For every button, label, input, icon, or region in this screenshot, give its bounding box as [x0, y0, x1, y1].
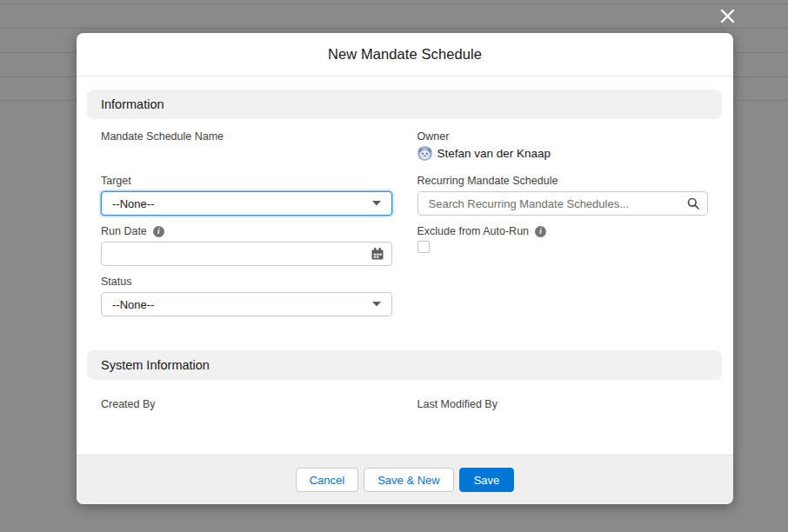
- section-system-information: System Information: [87, 350, 722, 380]
- modal-header: New Mandate Schedule: [77, 33, 733, 76]
- fields-right-column: Owner: [417, 130, 709, 326]
- exclude-auto-run-label: Exclude from Auto-Run i: [417, 225, 709, 237]
- background-row-divider: [0, 28, 788, 29]
- owner-label: Owner: [417, 130, 709, 143]
- recurring-mandate-schedule-label: Recurring Mandate Schedule: [417, 175, 709, 187]
- avatar: [417, 146, 432, 161]
- recurring-search-input[interactable]: [417, 191, 709, 216]
- last-modified-by-label: Last Modified By: [417, 398, 709, 410]
- save-button[interactable]: Save: [459, 468, 515, 492]
- field-recurring-mandate-schedule: Recurring Mandate Schedule: [417, 175, 709, 216]
- run-date-label: Run Date i: [101, 225, 392, 237]
- screen-overlay: New Mandate Schedule Information Mandate…: [0, 0, 788, 532]
- target-value: --None--: [112, 197, 154, 210]
- status-value: --None--: [112, 298, 154, 311]
- section-information-title: Information: [101, 97, 164, 111]
- exclude-auto-run-checkbox[interactable]: [417, 241, 430, 253]
- run-date-info-icon[interactable]: i: [153, 226, 164, 237]
- field-exclude-auto-run: Exclude from Auto-Run i: [417, 225, 709, 253]
- status-combobox[interactable]: --None--: [101, 292, 392, 316]
- modal-footer: Cancel Save & New Save: [77, 455, 733, 504]
- search-icon: [687, 197, 699, 209]
- close-button[interactable]: [718, 6, 737, 25]
- created-by-label: Created By: [101, 398, 392, 410]
- close-icon: [720, 9, 735, 23]
- status-label: Status: [101, 276, 392, 288]
- owner-name: Stefan van der Knaap: [437, 147, 551, 160]
- section-information: Information: [87, 90, 722, 119]
- owner-value-line: Stefan van der Knaap: [417, 146, 709, 161]
- target-label: Target: [101, 175, 392, 187]
- field-owner: Owner: [417, 130, 709, 162]
- field-target: Target --None--: [101, 175, 392, 216]
- field-mandate-schedule-name: Mandate Schedule Name: [101, 130, 392, 162]
- run-date-input-wrap: [101, 242, 392, 266]
- recurring-search-wrap: [417, 191, 709, 216]
- mandate-schedule-name-label: Mandate Schedule Name: [101, 130, 392, 143]
- information-fields: Mandate Schedule Name Target --None--: [87, 119, 722, 326]
- field-status: Status --None--: [101, 276, 392, 316]
- section-system-information-title: System Information: [101, 358, 210, 372]
- target-combobox[interactable]: --None--: [101, 191, 392, 216]
- field-created-by: Created By: [101, 398, 392, 410]
- fields-left-column: Mandate Schedule Name Target --None--: [101, 130, 392, 326]
- background-row-divider: [0, 3, 788, 4]
- chevron-down-icon: [372, 302, 381, 307]
- system-information-fields: Created By Last Modified By: [87, 380, 722, 410]
- field-run-date: Run Date i: [101, 225, 392, 266]
- modal-body: Information Mandate Schedule Name Target…: [77, 76, 733, 455]
- modal-title: New Mandate Schedule: [328, 46, 482, 63]
- cancel-button[interactable]: Cancel: [296, 468, 358, 492]
- run-date-input[interactable]: [101, 242, 392, 266]
- save-and-new-button[interactable]: Save & New: [364, 468, 454, 492]
- calendar-icon[interactable]: [371, 248, 384, 260]
- chevron-down-icon: [372, 201, 381, 206]
- exclude-auto-run-info-icon[interactable]: i: [535, 226, 546, 237]
- field-last-modified-by: Last Modified By: [417, 398, 709, 410]
- new-mandate-schedule-modal: New Mandate Schedule Information Mandate…: [77, 33, 733, 504]
